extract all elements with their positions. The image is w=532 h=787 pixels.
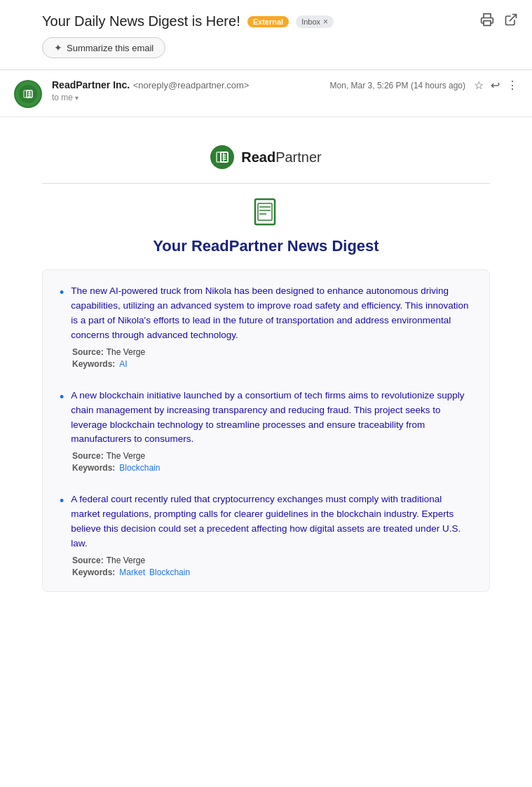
brand-name: ReadPartner bbox=[241, 149, 322, 166]
news-bullet-row: •A new blockchain initiative launched by… bbox=[60, 389, 472, 448]
summarize-button[interactable]: ✦ Summarize this email bbox=[42, 37, 165, 58]
keywords-row: Keywords:MarketBlockchain bbox=[72, 567, 472, 577]
badge-external: External bbox=[247, 16, 289, 27]
chevron-down-icon[interactable]: ▾ bbox=[75, 94, 79, 102]
source-row: Source:The Verge bbox=[72, 451, 472, 461]
sender-to: to me ▾ bbox=[52, 93, 320, 102]
bullet-icon: • bbox=[60, 389, 64, 406]
readpartner-logo-icon bbox=[210, 145, 234, 169]
digest-icon-area bbox=[42, 198, 490, 229]
sender-email: <noreply@readpartner.com> bbox=[133, 80, 250, 90]
bullet-icon: • bbox=[60, 284, 64, 302]
sender-actions: ☆ ↩ ⋮ bbox=[474, 79, 518, 92]
news-text[interactable]: A new blockchain initiative launched by … bbox=[71, 389, 472, 448]
brand-name-bold: Read bbox=[241, 149, 275, 165]
news-item: •A federal court recently ruled that cry… bbox=[60, 492, 472, 577]
digest-title: Your ReadPartner News Digest bbox=[42, 237, 490, 255]
email-header: Your Daily News Digest is Here! External… bbox=[0, 0, 532, 70]
news-item: •A new blockchain initiative launched by… bbox=[60, 389, 472, 473]
brand-name-plain: Partner bbox=[275, 149, 322, 165]
svg-point-8 bbox=[210, 145, 234, 169]
svg-rect-0 bbox=[484, 21, 491, 26]
keywords-label: Keywords: bbox=[72, 567, 115, 577]
keyword-tag[interactable]: Blockchain bbox=[149, 567, 190, 577]
header-icons bbox=[480, 13, 518, 30]
content-card: •The new AI-powered truck from Nikola ha… bbox=[42, 269, 490, 592]
news-text[interactable]: A federal court recently ruled that cryp… bbox=[71, 492, 472, 551]
reply-icon[interactable]: ↩ bbox=[491, 79, 500, 92]
sparkle-icon: ✦ bbox=[54, 42, 62, 53]
source-value: The Verge bbox=[107, 556, 145, 565]
svg-rect-15 bbox=[258, 203, 272, 220]
news-bullet-row: •A federal court recently ruled that cry… bbox=[60, 492, 472, 551]
avatar-icon bbox=[19, 85, 37, 103]
news-bullet-row: •The new AI-powered truck from Nikola ha… bbox=[60, 284, 472, 343]
source-label: Source: bbox=[72, 347, 104, 357]
keywords-label: Keywords: bbox=[72, 359, 115, 369]
star-icon[interactable]: ☆ bbox=[474, 79, 484, 92]
keyword-tag[interactable]: Market bbox=[119, 567, 145, 577]
more-options-icon[interactable]: ⋮ bbox=[507, 79, 518, 92]
source-value: The Verge bbox=[107, 451, 145, 461]
svg-line-1 bbox=[510, 15, 516, 21]
open-external-icon[interactable] bbox=[504, 13, 518, 30]
subject-text: Your Daily News Digest is Here! bbox=[42, 13, 240, 29]
news-digest-icon bbox=[252, 198, 280, 229]
avatar-inner bbox=[15, 81, 41, 107]
email-body: ReadPartner Your ReadPartner News Digest… bbox=[0, 117, 532, 613]
brand-divider bbox=[42, 183, 490, 184]
source-row: Source:The Verge bbox=[72, 347, 472, 357]
source-value: The Verge bbox=[107, 347, 145, 357]
sender-date: Mon, Mar 3, 5:26 PM (14 hours ago) bbox=[330, 81, 465, 90]
subject-line: Your Daily News Digest is Here! External… bbox=[42, 13, 518, 30]
source-label: Source: bbox=[72, 556, 104, 565]
inbox-label: Inbox bbox=[301, 18, 320, 26]
inbox-close-button[interactable]: × bbox=[323, 17, 328, 27]
sender-info: ReadPartner Inc. <noreply@readpartner.co… bbox=[52, 79, 320, 102]
avatar bbox=[14, 80, 42, 108]
to-label: to me bbox=[52, 93, 73, 102]
keywords-row: Keywords:Blockchain bbox=[72, 463, 472, 473]
brand-logo-area: ReadPartner bbox=[42, 131, 490, 180]
keyword-tag[interactable]: Blockchain bbox=[119, 463, 160, 473]
sender-row: ReadPartner Inc. <noreply@readpartner.co… bbox=[0, 70, 532, 117]
badge-inbox: Inbox × bbox=[296, 15, 334, 28]
source-row: Source:The Verge bbox=[72, 556, 472, 565]
print-icon[interactable] bbox=[480, 13, 494, 30]
news-text[interactable]: The new AI-powered truck from Nikola has… bbox=[71, 284, 472, 343]
keyword-tag[interactable]: AI bbox=[119, 359, 127, 369]
summarize-label: Summarize this email bbox=[67, 43, 154, 53]
news-item: •The new AI-powered truck from Nikola ha… bbox=[60, 284, 472, 369]
keywords-label: Keywords: bbox=[72, 463, 115, 473]
bullet-icon: • bbox=[60, 492, 64, 510]
sender-meta: Mon, Mar 3, 5:26 PM (14 hours ago) ☆ ↩ ⋮ bbox=[330, 79, 518, 92]
sender-name: ReadPartner Inc. bbox=[52, 79, 130, 90]
sender-name-row: ReadPartner Inc. <noreply@readpartner.co… bbox=[52, 79, 320, 91]
source-label: Source: bbox=[72, 451, 104, 461]
keywords-row: Keywords:AI bbox=[72, 359, 472, 369]
